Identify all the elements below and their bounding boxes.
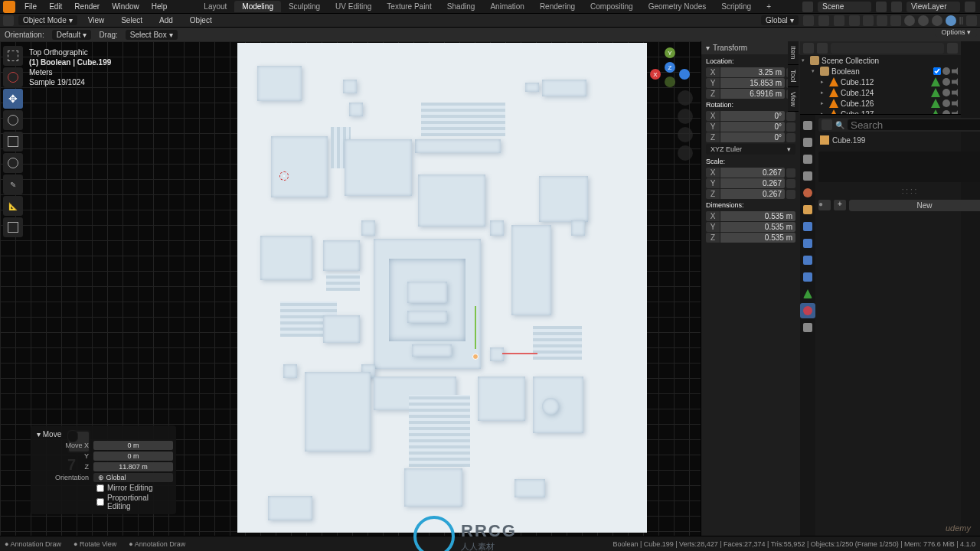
3d-viewport[interactable]: RRCG 人人素材 ✥ ✎ 📐 Top Orthographic (1) Boo… (0, 41, 701, 536)
dim-x-field[interactable]: 0.535 m (720, 211, 795, 221)
scene-name-input[interactable] (818, 2, 871, 12)
outliner-object-row[interactable]: ▸ Cube.126 (800, 98, 961, 109)
shading-wireframe-icon[interactable] (904, 15, 915, 26)
lock-icon[interactable] (786, 133, 795, 142)
menu-edit[interactable]: Edit (43, 2, 68, 11)
lock-icon[interactable] (786, 168, 795, 178)
scale-z-field[interactable]: 0.267 (720, 189, 785, 199)
tool-move[interactable]: ✥ (3, 89, 23, 109)
rotation-x-field[interactable]: 0° (720, 111, 785, 121)
location-z-field[interactable]: 6.9916 m (720, 89, 785, 99)
outliner-display-mode-icon[interactable] (817, 43, 828, 54)
render-visibility-icon[interactable] (952, 78, 959, 86)
material-browse-icon[interactable]: ● (818, 200, 831, 210)
header-menu-select[interactable]: Select (115, 16, 149, 24)
location-x-field[interactable]: 3.25 m (720, 67, 785, 77)
workspace-tab-shading[interactable]: Shading (439, 1, 483, 12)
shading-matprev-icon[interactable] (932, 15, 942, 26)
properties-search-input[interactable] (848, 119, 980, 130)
shading-solid-icon[interactable] (918, 15, 929, 26)
outliner-search-input[interactable] (831, 43, 944, 54)
new-material-button[interactable]: New (849, 200, 980, 211)
scale-y-field[interactable]: 0.267 (720, 178, 785, 188)
options-dropdown[interactable]: Options ▾ (935, 28, 977, 37)
snap-icon[interactable] (818, 15, 829, 26)
dim-y-field[interactable]: 0.535 m (720, 222, 795, 232)
lock-icon[interactable] (786, 190, 795, 199)
outliner-collection-boolean[interactable]: ▾ Boolean (800, 66, 961, 77)
gizmo-neg-y-icon[interactable] (665, 77, 675, 87)
move-z-field[interactable]: 11.807 m (93, 462, 173, 471)
transform-orientation-dropdown[interactable]: Global▾ (761, 15, 799, 25)
gizmo-y-axis-icon[interactable]: Y (665, 47, 675, 58)
prop-tab-render[interactable] (800, 118, 815, 133)
menu-help[interactable]: Help (145, 2, 174, 11)
header-menu-view[interactable]: View (82, 16, 111, 24)
pause-render-icon[interactable] (966, 15, 977, 26)
workspace-tab-animation[interactable]: Animation (482, 1, 531, 12)
zoom-icon[interactable] (678, 90, 693, 106)
mode-dropdown[interactable]: Object Mode▾ (18, 15, 77, 25)
props-editor-icon[interactable] (822, 119, 832, 130)
disclosure-triangle-icon[interactable]: ▸ (821, 79, 827, 85)
drag-dropdown[interactable]: Select Box▾ (126, 30, 178, 40)
outliner-scene-collection[interactable]: ▾ Scene Collection (800, 55, 961, 66)
lock-icon[interactable] (786, 179, 795, 188)
outliner-filter-icon[interactable] (947, 43, 958, 54)
workspace-tab-sculpting[interactable]: Sculpting (281, 1, 328, 12)
collection-exclude-checkbox[interactable] (933, 67, 941, 75)
tool-select-box[interactable] (3, 46, 23, 66)
eye-icon[interactable] (942, 89, 950, 96)
proportional-editing-checkbox[interactable] (96, 498, 104, 506)
menu-file[interactable]: File (18, 2, 43, 11)
scene-new-icon[interactable] (876, 2, 887, 12)
camera-view-icon[interactable] (678, 127, 693, 142)
visibility-icon[interactable] (849, 15, 860, 26)
prop-tab-constraint[interactable] (800, 269, 815, 285)
lock-icon[interactable] (786, 112, 795, 121)
menu-render[interactable]: Render (68, 2, 106, 11)
prop-tab-modifier[interactable] (800, 219, 815, 234)
prop-tab-physics[interactable] (800, 253, 815, 268)
gizmo-toggle-icon[interactable] (863, 15, 874, 26)
viewlayer-new-icon[interactable] (965, 2, 975, 12)
editor-type-icon[interactable] (3, 15, 14, 26)
workspace-tab-layout[interactable]: Layout (196, 1, 234, 12)
outliner-object-row[interactable]: ▸ Cube.112 (800, 77, 961, 87)
y-axis-widget[interactable] (475, 306, 476, 349)
header-menu-add[interactable]: Add (153, 16, 179, 24)
workspace-add-button[interactable]: + (759, 1, 779, 12)
gizmo-z-axis-icon[interactable]: Z (665, 62, 675, 73)
prop-tab-material[interactable] (800, 303, 815, 318)
n-tab-tool[interactable]: Tool (788, 65, 799, 88)
transform-panel-header[interactable]: ▾Transform (701, 41, 800, 54)
workspace-tab-compositing[interactable]: Compositing (583, 1, 641, 12)
move-x-field[interactable]: 0 m (93, 441, 173, 450)
prop-tab-world[interactable] (800, 185, 815, 201)
perspective-toggle-icon[interactable] (678, 145, 693, 161)
prop-tab-viewlayer[interactable] (800, 152, 815, 167)
pan-icon[interactable] (678, 109, 693, 124)
prop-tab-data[interactable] (800, 286, 815, 302)
op-orientation-dropdown[interactable]: ⊕ Global (93, 473, 173, 482)
navigation-gizmo[interactable]: Y X Z (650, 47, 690, 87)
header-menu-object[interactable]: Object (184, 16, 218, 24)
render-visibility-icon[interactable] (952, 67, 959, 75)
prop-tab-scene[interactable] (800, 168, 815, 184)
rotation-mode-dropdown[interactable]: XYZ Euler ▾ (706, 144, 795, 155)
disclosure-triangle-icon[interactable]: ▸ (821, 90, 827, 96)
n-tab-item[interactable]: Item (788, 41, 799, 65)
gizmo-neg-x-icon[interactable] (679, 69, 690, 80)
pivot-icon[interactable] (803, 15, 814, 26)
disclosure-triangle-icon[interactable]: ▾ (812, 68, 818, 74)
material-add-icon[interactable]: + (834, 200, 846, 210)
scale-x-field[interactable]: 0.267 (720, 168, 785, 178)
workspace-tab-uvediting[interactable]: UV Editing (328, 1, 379, 12)
mirror-editing-checkbox[interactable] (96, 484, 104, 492)
dim-z-field[interactable]: 0.535 m (720, 233, 795, 243)
disclosure-triangle-icon[interactable]: ▾ (802, 57, 808, 64)
workspace-tab-rendering[interactable]: Rendering (532, 1, 583, 12)
eye-icon[interactable] (942, 78, 950, 86)
workspace-tab-geometrynodes[interactable]: Geometry Nodes (641, 1, 714, 12)
menu-window[interactable]: Window (106, 2, 145, 11)
